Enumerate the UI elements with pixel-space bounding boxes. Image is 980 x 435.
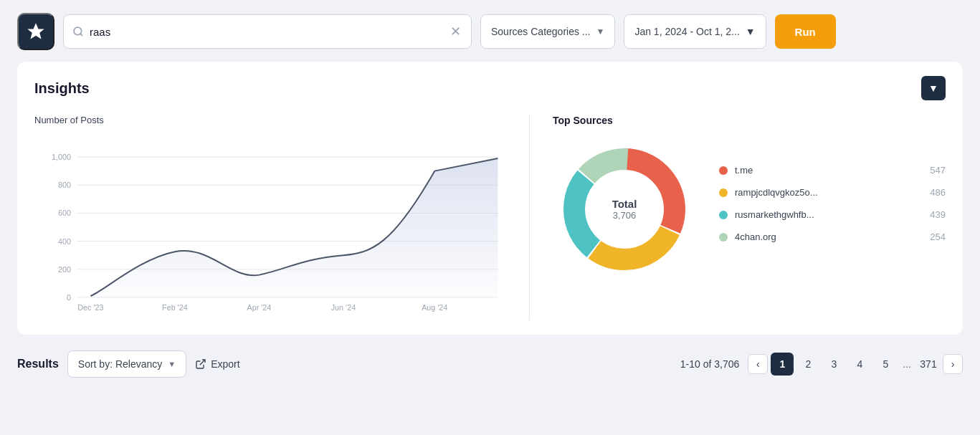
logo-icon [26, 21, 46, 42]
top-sources-title: Top Sources [553, 115, 946, 126]
sort-button[interactable]: Sort by: Relevancy ▼ [67, 350, 186, 378]
legend-count-ramp: 486 [920, 187, 946, 198]
prev-icon: ‹ [756, 358, 760, 370]
export-button[interactable]: Export [195, 350, 239, 378]
legend-count-tme: 547 [920, 165, 946, 176]
top-bar: ✕ Sources Categories ... ▼ Jan 1, 2024 -… [0, 0, 980, 62]
chevron-down-icon: ▼ [168, 360, 176, 368]
svg-text:Apr '24: Apr '24 [247, 303, 272, 312]
donut-content: Total 3,706 t.me 547 rampjcdlqvgkoz5o...… [553, 138, 946, 281]
sources-categories-filter[interactable]: Sources Categories ... ▼ [480, 14, 615, 49]
date-range-filter[interactable]: Jan 1, 2024 - Oct 1, 2... ▼ [624, 14, 766, 49]
legend-name-4chan: 4chan.org [735, 231, 913, 242]
legend-dot-tme [719, 166, 728, 175]
search-icon [72, 26, 84, 37]
legend-name-tme: t.me [735, 165, 913, 176]
svg-text:800: 800 [58, 181, 71, 189]
next-page-button[interactable]: › [943, 354, 963, 374]
legend-dot-ramp [719, 188, 728, 197]
legend-item-rus: rusmarkethgwhfb... 439 [719, 209, 946, 220]
svg-text:Aug '24: Aug '24 [422, 303, 447, 312]
results-bar: Results Sort by: Relevancy ▼ Export 1-10… [0, 340, 980, 388]
export-icon [195, 358, 206, 370]
svg-line-1 [80, 34, 82, 36]
legend-dot-rus [719, 211, 728, 219]
insights-panel: Insights ▼ Number of Posts 1,000 80 [17, 62, 963, 335]
page-button-2[interactable]: 2 [796, 353, 819, 376]
svg-text:Dec '23: Dec '23 [77, 303, 103, 312]
legend-item-ramp: rampjcdlqvgkoz5o... 486 [719, 187, 946, 198]
svg-text:0: 0 [67, 293, 71, 302]
legend-item-tme: t.me 547 [719, 165, 946, 176]
page-button-last[interactable]: 371 [917, 353, 940, 376]
line-chart-svg: 1,000 800 600 400 200 0 Dec '23 Feb '24 … [34, 134, 512, 320]
results-label: Results [17, 358, 59, 371]
page-button-3[interactable]: 3 [822, 353, 845, 376]
next-icon: › [951, 358, 955, 370]
page-button-5[interactable]: 5 [874, 353, 897, 376]
charts-row: Number of Posts 1,000 800 600 400 200 [34, 115, 946, 320]
sources-legend: t.me 547 rampjcdlqvgkoz5o... 486 rusmark… [719, 165, 946, 254]
filter-label: Sources Categories ... [491, 26, 591, 37]
svg-point-0 [74, 27, 82, 35]
insights-header: Insights ▼ [34, 76, 946, 100]
donut-section: Top Sources Total 3,706 [530, 115, 946, 320]
donut-svg [553, 138, 696, 281]
legend-count-4chan: 254 [920, 231, 946, 242]
donut-chart: Total 3,706 [553, 138, 696, 281]
svg-text:400: 400 [58, 237, 71, 246]
date-label: Jan 1, 2024 - Oct 1, 2... [634, 26, 739, 37]
svg-text:600: 600 [58, 209, 71, 217]
pagination: 1-10 of 3,706 ‹ 1 2 3 4 5 ... 371 › [680, 353, 963, 376]
prev-page-button[interactable]: ‹ [748, 354, 768, 374]
search-input[interactable] [90, 26, 449, 38]
page-dots: ... [900, 358, 914, 370]
clear-button[interactable]: ✕ [449, 24, 462, 39]
page-button-1[interactable]: 1 [771, 353, 794, 376]
run-button[interactable]: Run [775, 14, 836, 49]
search-container: ✕ [63, 14, 472, 49]
legend-name-ramp: rampjcdlqvgkoz5o... [735, 187, 913, 198]
page-button-4[interactable]: 4 [848, 353, 871, 376]
chevron-down-icon: ▼ [928, 82, 938, 94]
svg-text:200: 200 [58, 265, 71, 274]
legend-dot-4chan [719, 233, 728, 242]
line-chart-wrap: 1,000 800 600 400 200 0 Dec '23 Feb '24 … [34, 134, 512, 320]
chevron-down-icon: ▼ [596, 27, 605, 37]
legend-item-4chan: 4chan.org 254 [719, 231, 946, 242]
collapse-button[interactable]: ▼ [921, 76, 946, 100]
export-label: Export [211, 358, 239, 370]
page-info: 1-10 of 3,706 [680, 358, 740, 370]
svg-text:1,000: 1,000 [52, 153, 71, 161]
legend-count-rus: 439 [920, 209, 946, 220]
line-chart-section: Number of Posts 1,000 800 600 400 200 [34, 115, 530, 320]
svg-line-23 [200, 360, 205, 365]
chart-title: Number of Posts [34, 115, 512, 125]
legend-name-rus: rusmarkethgwhfb... [735, 209, 913, 220]
sort-label: Sort by: Relevancy [78, 358, 163, 370]
svg-text:Feb '24: Feb '24 [162, 303, 188, 312]
insights-title: Insights [34, 80, 90, 97]
logo-button[interactable] [17, 13, 54, 50]
chevron-down-icon: ▼ [746, 26, 756, 37]
svg-text:Jun '24: Jun '24 [331, 303, 356, 312]
